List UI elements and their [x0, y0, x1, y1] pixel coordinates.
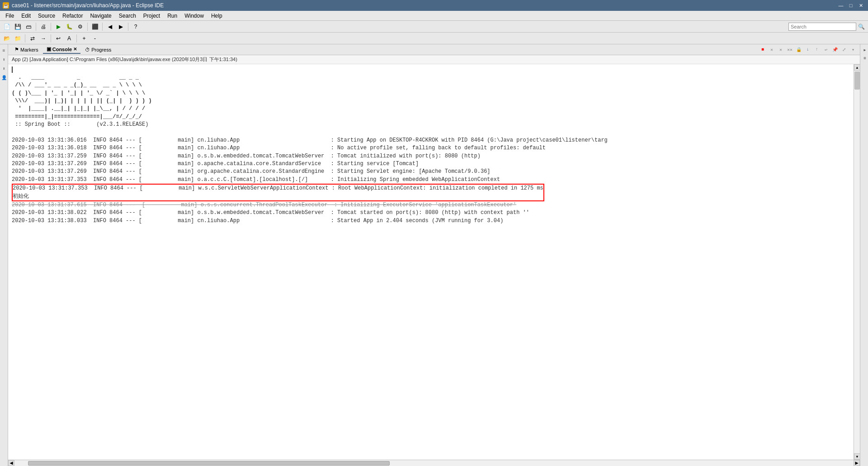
- toggle-editor-button[interactable]: ⇄: [28, 33, 38, 43]
- debug-button[interactable]: 🐛: [64, 22, 74, 32]
- view-menu-btn[interactable]: ▾: [849, 46, 857, 54]
- markers-icon: ⚑: [14, 47, 19, 52]
- word-wrap-button[interactable]: ↩: [53, 33, 63, 43]
- v-scroll-track[interactable]: [854, 71, 860, 453]
- word-wrap-console-btn[interactable]: ↩: [822, 46, 830, 54]
- scroll-up-btn[interactable]: ▲: [854, 64, 860, 71]
- zoom-in-button[interactable]: +: [79, 33, 89, 43]
- sidebar-icon-3[interactable]: ⬇: [0, 65, 8, 72]
- progress-icon: ⏱: [85, 47, 90, 52]
- search-input[interactable]: [788, 23, 856, 31]
- save-button[interactable]: 💾: [13, 22, 23, 32]
- console-output[interactable]: . ____ _ __ _ _ /\\ / ___'_ __ _ _(_)_ _…: [8, 64, 854, 460]
- spring-art-4: ' |____| .__|_| |_|_| |_\__, | / / / /: [12, 105, 850, 113]
- menu-help[interactable]: Help: [208, 11, 226, 20]
- stop-console-btn[interactable]: ■: [759, 46, 767, 54]
- scroll-down-btn[interactable]: ▼: [854, 453, 860, 460]
- menu-window[interactable]: Window: [181, 11, 208, 20]
- console-output-wrapper: . ____ _ __ _ _ /\\ / ___'_ __ _ _(_)_ _…: [8, 64, 860, 460]
- title-bar: ☕ case01 - listener/src/main/java/cn/liu…: [0, 0, 868, 11]
- run-config-button[interactable]: ⚙: [75, 22, 85, 32]
- markers-label: Markers: [20, 47, 38, 52]
- console-header: ⚑ Markers ▣ Console ✕ ⏱ Progress ■ ✕ ✕ ✕…: [8, 44, 860, 55]
- spring-art-3: \\\/ ___)| |_)| | | | | || (_| | ) ) ) ): [12, 97, 850, 105]
- right-icon-2[interactable]: ⊞: [861, 54, 868, 62]
- log-line-3: 2020-10-03 13:31:37.269 INFO 8464 --- [ …: [12, 160, 850, 168]
- progress-label: Progress: [91, 47, 111, 52]
- menu-file[interactable]: File: [2, 11, 18, 20]
- log-line-7: 2020-10-03 13:31:37.615 INFO 8464 --- [ …: [12, 201, 850, 209]
- log-line-4: 2020-10-03 13:31:37.269 INFO 8464 --- [ …: [12, 168, 850, 176]
- sidebar-icon-1[interactable]: ≡: [0, 47, 8, 54]
- run-button[interactable]: ▶: [53, 22, 63, 32]
- menu-source[interactable]: Source: [34, 11, 59, 20]
- search-icon-btn[interactable]: 🔍: [856, 22, 866, 32]
- close-button[interactable]: ✕: [856, 2, 865, 9]
- h-scroll-thumb[interactable]: [28, 461, 390, 466]
- scroll-right-btn[interactable]: ▶: [854, 460, 860, 466]
- print-button[interactable]: 🖨: [38, 22, 48, 32]
- spring-boot-line: :: Spring Boot :: (v2.3.1.RELEASE): [12, 121, 850, 128]
- h-scrollbar[interactable]: [14, 460, 854, 466]
- scroll-end-btn[interactable]: ↓: [804, 46, 812, 54]
- log-line-0: 2020-10-03 13:31:36.016 INFO 8464 --- [ …: [12, 137, 850, 144]
- spring-art-1: /\\ / ___'_ __ _ _(_)_ __ __ _ \ \ \ \: [12, 81, 850, 89]
- empty-line-1: [12, 129, 850, 137]
- scroll-lock-btn[interactable]: 🔒: [795, 46, 803, 54]
- new-button[interactable]: 📄: [2, 22, 12, 32]
- maximize-button[interactable]: □: [846, 2, 855, 9]
- title-bar-controls: — □ ✕: [836, 2, 865, 9]
- sidebar-icon-4[interactable]: 👤: [0, 74, 8, 81]
- title-bar-text: case01 - listener/src/main/java/cn/liuha…: [12, 2, 164, 9]
- sep7: [51, 34, 51, 43]
- menu-search[interactable]: Search: [115, 11, 140, 20]
- menu-run[interactable]: Run: [164, 11, 181, 20]
- log-line-2: 2020-10-03 13:31:37.259 INFO 8464 --- [ …: [12, 152, 850, 160]
- sep4: [102, 23, 103, 31]
- scroll-left-btn[interactable]: ◀: [8, 460, 14, 466]
- menu-navigate[interactable]: Navigate: [86, 11, 115, 20]
- menu-project[interactable]: Project: [140, 11, 164, 20]
- eclipse-icon: ☕: [3, 2, 9, 9]
- spring-art-2: ( ( )\___ | '_ | '_| | '_ \/ _` | \ \ \ …: [12, 90, 850, 97]
- tab-console[interactable]: ▣ Console ✕: [43, 45, 80, 54]
- next-view-button[interactable]: →: [38, 33, 48, 43]
- stop-button[interactable]: ⬛: [90, 22, 100, 32]
- remove-btn[interactable]: ✕: [777, 46, 785, 54]
- v-scroll-thumb[interactable]: [854, 71, 860, 90]
- log-line-8: 2020-10-03 13:31:38.022 INFO 8464 --- [ …: [12, 209, 850, 217]
- tab-progress[interactable]: ⏱ Progress: [81, 46, 115, 53]
- next-edit-button[interactable]: ▶: [116, 22, 126, 32]
- right-icon-1[interactable]: ▶: [861, 46, 868, 53]
- console-toolbar: ■ ✕ ✕ ✕✕ 🔒 ↓ ↑ ↩ 📌 ⤢ ▾: [759, 46, 857, 54]
- help-button[interactable]: ?: [131, 22, 141, 32]
- menu-edit[interactable]: Edit: [18, 11, 34, 20]
- save-all-button[interactable]: 🗃: [24, 22, 33, 32]
- remove-all-btn[interactable]: ✕✕: [786, 46, 794, 54]
- zoom-out-button[interactable]: -: [90, 33, 100, 43]
- open-type-button[interactable]: 📂: [2, 33, 12, 43]
- title-bar-left: ☕ case01 - listener/src/main/java/cn/liu…: [3, 2, 164, 9]
- minimize-button[interactable]: —: [836, 2, 845, 9]
- log-line-6: 2020-10-03 13:31:37.353 INFO 8464 --- [ …: [13, 185, 543, 192]
- tab-markers[interactable]: ⚑ Markers: [11, 46, 42, 53]
- scroll-top-btn[interactable]: ↑: [813, 46, 821, 54]
- pin-btn[interactable]: 📌: [831, 46, 839, 54]
- sidebar-icon-2[interactable]: ⬆: [0, 56, 8, 63]
- sep8: [76, 34, 77, 43]
- left-sidebar: ≡ ⬆ ⬇ 👤: [0, 44, 8, 466]
- menu-refactor[interactable]: Refactor: [59, 11, 86, 20]
- maximize-console-btn[interactable]: ⤢: [840, 46, 848, 54]
- console-tabs: ⚑ Markers ▣ Console ✕ ⏱ Progress: [11, 45, 115, 54]
- log-line-5: 2020-10-03 13:31:37.353 INFO 8464 --- [ …: [12, 176, 850, 184]
- menu-bar: File Edit Source Refactor Navigate Searc…: [0, 11, 868, 21]
- prev-edit-button[interactable]: ◀: [105, 22, 115, 32]
- console-close[interactable]: ✕: [73, 47, 77, 52]
- disconnect-btn[interactable]: ✕: [768, 46, 776, 54]
- font-size-button[interactable]: A: [64, 33, 74, 43]
- sep2: [51, 23, 51, 31]
- open-resource-button[interactable]: 📁: [13, 33, 23, 43]
- spring-art-5: =========|_|==============|___/=/_/_/_/: [12, 113, 850, 121]
- log-line-1: 2020-10-03 13:31:36.018 INFO 8464 --- [ …: [12, 144, 850, 152]
- sep1: [36, 23, 36, 31]
